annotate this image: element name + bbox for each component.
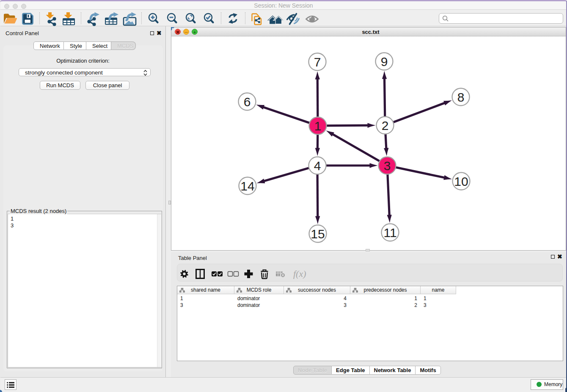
svg-text:14: 14 [240, 179, 254, 193]
svg-text:1: 1 [314, 119, 322, 133]
svg-text:3: 3 [384, 159, 391, 173]
svg-text:9: 9 [381, 55, 388, 69]
svg-text:15: 15 [311, 227, 325, 241]
svg-text:f(x): f(x) [293, 268, 306, 279]
svg-text:2: 2 [382, 119, 389, 133]
svg-text:11: 11 [383, 226, 396, 240]
svg-text:10: 10 [454, 174, 468, 188]
svg-text:7: 7 [314, 55, 321, 69]
svg-text:4: 4 [314, 159, 321, 173]
svg-text:8: 8 [457, 90, 465, 104]
svg-text:6: 6 [244, 95, 251, 109]
